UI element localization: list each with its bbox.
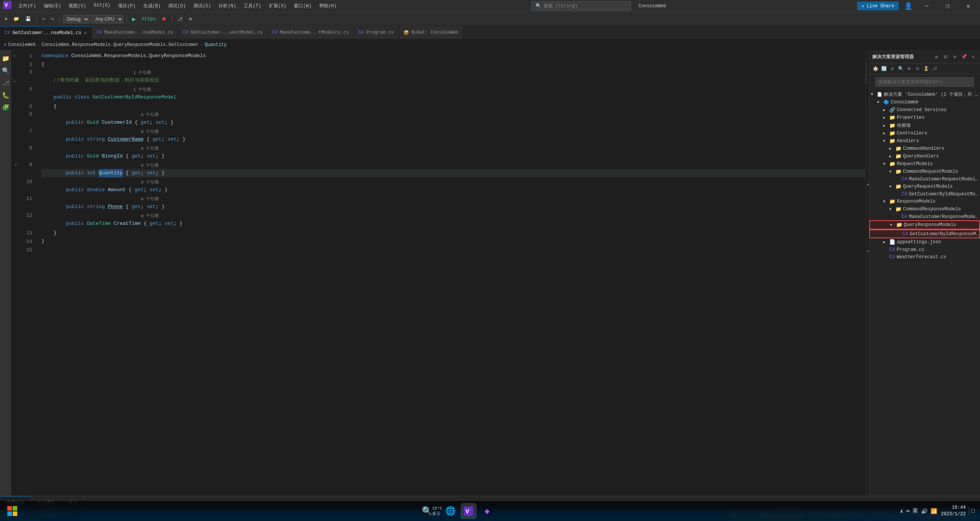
- taskbar-purple[interactable]: ◆: [479, 503, 495, 519]
- tree-cmd-request-models[interactable]: ▼ 📁 CommandRequestModels: [869, 168, 980, 175]
- tree-dependencies[interactable]: ▶ 📁 依赖项: [869, 121, 980, 129]
- tab-5[interactable]: 📦 NuGet: ConsoleWeb: [399, 26, 463, 39]
- panel-collapse-icon[interactable]: ⊟: [914, 65, 921, 73]
- tree-make-response[interactable]: ▶ C# MakeCustomerResponseModel.cs: [869, 213, 980, 220]
- tree-program[interactable]: ▶ C# Program.cs: [869, 246, 980, 253]
- code-line-11: public string Phone { get ; set ; }: [41, 203, 865, 211]
- taskbar-clock[interactable]: 16:44 2023/1/22: [941, 505, 966, 518]
- tree-make-request[interactable]: ▶ C# MakeCustomerRequestModelcs.cs: [869, 175, 980, 183]
- tab-3[interactable]: C# MakeCustome...tModelcs.cs: [267, 26, 354, 39]
- panel-refresh-icon[interactable]: 🔄: [880, 65, 888, 73]
- run-target-label[interactable]: https: [139, 15, 158, 23]
- panel-properties-icon[interactable]: ⚙: [888, 65, 896, 73]
- tab-2[interactable]: C# GetCustomer...uestModel.cs: [178, 26, 267, 39]
- tree-properties[interactable]: ▶ 📁 Properties: [869, 114, 980, 121]
- maximize-button[interactable]: ❐: [939, 0, 956, 12]
- panel-expand-icon[interactable]: ⊞: [905, 65, 913, 73]
- menu-git[interactable]: Git(G): [90, 1, 114, 11]
- activity-git[interactable]: ⎇: [0, 78, 11, 88]
- live-share-button[interactable]: ↗ Live Share: [857, 2, 899, 10]
- minimize-button[interactable]: —: [918, 0, 936, 12]
- tree-request-models[interactable]: ▼ 📁 RequestModels: [869, 160, 980, 168]
- activity-debug[interactable]: 🐛: [0, 90, 11, 101]
- tree-connected-services[interactable]: ▶ 🔗 Connected Services: [869, 106, 980, 114]
- global-search[interactable]: 🔍 搜索 (Ctrl+Q): [531, 1, 631, 11]
- breadcrumb-member[interactable]: Quantity: [205, 42, 227, 48]
- panel-filter-icon[interactable]: ⊟: [942, 53, 949, 61]
- toolbar-open[interactable]: 📁: [11, 15, 21, 23]
- menu-view[interactable]: 视图(V): [65, 1, 90, 11]
- panel-pin-icon[interactable]: 📌: [960, 53, 968, 61]
- taskbar-vs[interactable]: V: [461, 503, 477, 519]
- solution-search-input[interactable]: [875, 77, 974, 87]
- panel-search-tree-icon[interactable]: 🔍: [897, 65, 905, 73]
- menu-debug[interactable]: 调试(D): [164, 1, 190, 11]
- toolbar-git[interactable]: ⎇: [175, 15, 185, 23]
- panel-close-icon[interactable]: ✕: [969, 53, 977, 61]
- show-desktop[interactable]: □: [969, 507, 975, 515]
- tree-query-response-models[interactable]: ▼ 📁 QueryResponseModels: [869, 220, 980, 229]
- fold-4[interactable]: ⊟: [11, 77, 17, 85]
- taskbar-edge[interactable]: 🌐: [442, 503, 458, 519]
- tray-up-arrow[interactable]: ∧: [899, 507, 904, 515]
- tree-command-handlers[interactable]: ▶ 📁 CommandHandlers: [869, 145, 980, 152]
- tab-4[interactable]: C# Program.cs: [354, 26, 398, 39]
- run-button[interactable]: ▶: [130, 15, 138, 24]
- toolbar-undo[interactable]: ↩: [40, 15, 47, 23]
- tree-project[interactable]: ▼ 🔷 ConsoleWeb: [869, 98, 980, 106]
- tree-handlers[interactable]: ▼ 📁 Handlers: [869, 137, 980, 145]
- menu-window[interactable]: 窗口(W): [290, 1, 315, 11]
- tab-1[interactable]: C# MakeCustome...nseModel.cs: [92, 26, 178, 39]
- tree-solution[interactable]: ▼ 📄 解决方案 'ConsoleWeb' (1 个项目，共 1 个): [869, 90, 980, 98]
- panel-pending-icon[interactable]: ⏳: [922, 65, 930, 73]
- breadcrumb-project-label[interactable]: ConsoleWeb: [8, 42, 36, 48]
- menu-extensions[interactable]: 扩展(X): [265, 1, 290, 11]
- tray-lang[interactable]: 英: [912, 507, 919, 515]
- tree-cmd-response-models[interactable]: ▼ 📁 CommandResponseModels: [869, 205, 980, 213]
- taskbar-search[interactable]: 🔍 15°C 多云: [424, 503, 440, 519]
- menu-edit[interactable]: 编辑(E): [40, 1, 65, 11]
- tree-query-request-models[interactable]: ▼ 📁 QueryRequestModels: [869, 183, 980, 190]
- tray-network[interactable]: 📶: [930, 507, 938, 515]
- menu-tools[interactable]: 工具(T): [240, 1, 265, 11]
- panel-settings-icon[interactable]: ⚙: [951, 53, 959, 61]
- menu-project[interactable]: 项目(P): [114, 1, 139, 11]
- start-button[interactable]: [5, 503, 20, 519]
- panel-git-icon[interactable]: ⎇: [931, 65, 938, 73]
- tab-0-close[interactable]: ✕: [84, 29, 87, 36]
- tree-get-request[interactable]: ▶ C# GetCustomerByIdRequestModel.cs: [869, 190, 980, 198]
- toolbar-save[interactable]: 💾: [23, 15, 33, 23]
- activity-search[interactable]: 🔍: [0, 66, 11, 76]
- toolbar-new[interactable]: ⊕: [2, 15, 10, 23]
- menu-help[interactable]: 帮助(H): [315, 1, 341, 11]
- activity-extensions[interactable]: 🧩: [0, 102, 11, 113]
- activity-explorer[interactable]: 📁: [0, 53, 11, 64]
- menu-analyze[interactable]: 分析(N): [215, 1, 240, 11]
- stop-button[interactable]: ⏹: [159, 15, 169, 23]
- tray-volume[interactable]: 🔊: [920, 507, 928, 515]
- platform-select[interactable]: Any CPU: [91, 15, 123, 23]
- breadcrumb-project[interactable]: ⚙️: [4, 42, 7, 48]
- breadcrumb-namespace[interactable]: ConsoleWeb.ResponseModels.QueryResponseM…: [41, 42, 198, 48]
- menu-build[interactable]: 生成(B): [139, 1, 165, 11]
- toolbar-redo[interactable]: ↪: [49, 15, 56, 23]
- tree-get-response-file[interactable]: ▶ C# GetCustomerByIdResponseModel.cs: [869, 229, 980, 238]
- toolbar-more[interactable]: ⚙: [187, 15, 194, 23]
- user-icon[interactable]: 👤: [902, 2, 915, 10]
- tree-query-handlers[interactable]: ▶ 📁 QueryHandlers: [869, 152, 980, 160]
- menu-test[interactable]: 测试(S): [190, 1, 215, 11]
- tab-0[interactable]: C# GetCustomer...nseModel.cs ✕: [0, 26, 92, 39]
- tray-keyboard[interactable]: ⌨: [905, 507, 910, 515]
- tree-weather[interactable]: ▶ C# WeatherForecast.cs: [869, 253, 980, 260]
- close-button[interactable]: ✕: [959, 0, 977, 12]
- editor-scrollbar[interactable]: [865, 50, 869, 496]
- tree-appsettings[interactable]: ▶ 📄 appsettings.json: [869, 238, 980, 246]
- tree-response-models[interactable]: ▼ 📁 ResponseModels: [869, 198, 980, 205]
- panel-home-icon[interactable]: 🏠: [872, 65, 879, 73]
- debug-mode-select[interactable]: Debug: [63, 15, 90, 23]
- code-content[interactable]: namespace ConsoleWeb.ResponseModels.Quer…: [35, 50, 865, 496]
- menu-file[interactable]: 文件(F): [15, 1, 40, 11]
- fold-1[interactable]: ⊟: [11, 52, 17, 60]
- tree-controllers[interactable]: ▶ 📁 Controllers: [869, 129, 980, 137]
- panel-sync-icon[interactable]: ↺: [932, 53, 940, 61]
